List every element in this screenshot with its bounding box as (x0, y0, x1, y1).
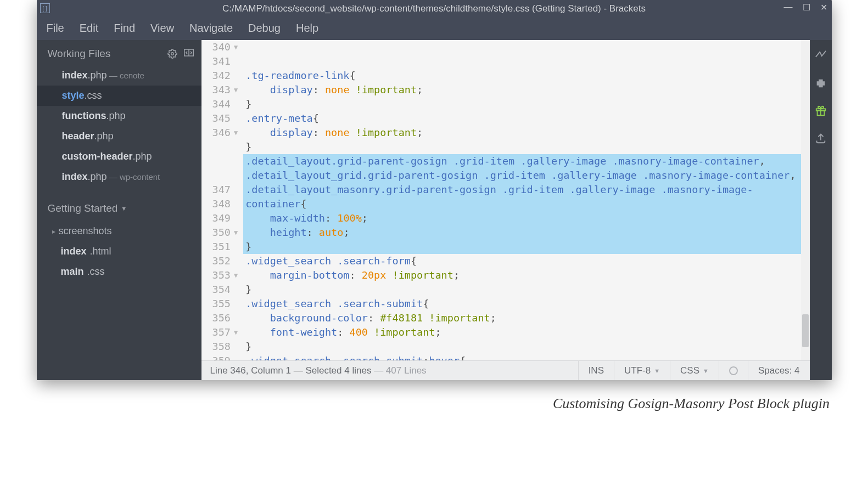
menubar: File Edit Find View Navigate Debug Help (37, 18, 832, 40)
vertical-scrollbar[interactable] (801, 40, 810, 360)
code-line[interactable]: .widget_search .search-form{ (243, 254, 809, 268)
chevron-down-icon: ▼ (703, 367, 709, 374)
live-preview-icon[interactable] (815, 50, 827, 62)
code-line[interactable]: } (243, 240, 809, 254)
lint-status[interactable] (719, 361, 748, 380)
app-window: [ ] C:/MAMP/htdocs/second_website/wp-con… (37, 0, 832, 380)
code-line[interactable]: .widget_search .search-submit:hover{ (243, 354, 809, 360)
minimize-icon[interactable]: — (784, 2, 793, 13)
working-file-item[interactable]: style.css (37, 86, 201, 106)
chevron-down-icon: ▼ (121, 205, 127, 212)
code-line[interactable]: font-weight: 400 !important; (243, 325, 809, 340)
total-lines: — 407 Lines (371, 365, 426, 376)
right-toolbar (810, 40, 832, 380)
encoding-selector[interactable]: UTF-8 ▼ (614, 361, 670, 380)
line-number: 346▼ (212, 126, 238, 140)
folder-item[interactable]: ▸screenshots (37, 221, 201, 241)
code-line[interactable]: } (243, 282, 809, 297)
chevron-down-icon: ▼ (654, 367, 660, 374)
code-line[interactable]: max-width: 100%; (243, 211, 809, 225)
insert-mode[interactable]: INS (578, 361, 614, 380)
code-line[interactable]: .detail_layout.grid-parent-gosign .grid-… (243, 154, 809, 211)
line-number: 340▼ (212, 40, 238, 54)
menu-help[interactable]: Help (296, 22, 318, 35)
menu-edit[interactable]: Edit (80, 22, 98, 35)
line-number: 350▼ (212, 225, 238, 240)
titlebar: [ ] C:/MAMP/htdocs/second_website/wp-con… (37, 0, 832, 18)
image-caption: Customising Gosign-Masonry Post Block pl… (0, 380, 868, 412)
triangle-right-icon: ▸ (52, 228, 55, 235)
window-controls: — ☐ ✕ (784, 2, 827, 13)
code-line[interactable]: display: none !important; (243, 126, 809, 140)
code-line[interactable]: display: none !important; (243, 83, 809, 97)
line-number: 349 (212, 211, 238, 225)
working-file-item[interactable]: header.php (37, 126, 201, 146)
menu-file[interactable]: File (47, 22, 64, 35)
close-icon[interactable]: ✕ (820, 2, 827, 13)
code-line[interactable]: background-color: #f48181 !important; (243, 311, 809, 325)
gift-icon[interactable] (815, 105, 827, 117)
line-number: 359 (212, 354, 238, 360)
line-number: 357▼ (212, 325, 238, 340)
line-number: 352 (212, 254, 238, 268)
line-number: 342 (212, 69, 238, 83)
working-file-item[interactable]: index.php — wp-content (37, 167, 201, 187)
code-line[interactable]: .widget_search .search-submit{ (243, 297, 809, 311)
line-number: 348 (212, 197, 238, 211)
app-icon: [ ] (40, 3, 50, 13)
gear-icon[interactable] (167, 49, 177, 59)
gutter: 340▼341 342 343▼344 345 346▼ 347 348 349… (201, 40, 244, 360)
code-line[interactable]: .entry-meta{ (243, 111, 809, 126)
code-line[interactable]: } (243, 340, 809, 354)
project-label: Getting Started (48, 202, 118, 214)
code-area[interactable]: .tg-readmore-link{ display: none !import… (243, 40, 809, 360)
code-editor[interactable]: 340▼341 342 343▼344 345 346▼ 347 348 349… (201, 40, 810, 360)
line-number: 356 (212, 311, 238, 325)
line-number: 343▼ (212, 83, 238, 97)
line-number: 353▼ (212, 268, 238, 282)
line-number: 344 (212, 97, 238, 111)
menu-find[interactable]: Find (114, 22, 135, 35)
code-line[interactable]: } (243, 97, 809, 111)
menu-debug[interactable]: Debug (248, 22, 281, 35)
menu-view[interactable]: View (150, 22, 174, 35)
upload-icon[interactable] (815, 132, 827, 144)
working-file-item[interactable]: custom-header.php (37, 146, 201, 167)
working-files-label: Working Files (48, 48, 111, 60)
file-item[interactable]: index.html (37, 241, 201, 262)
line-number: 354 (212, 282, 238, 297)
code-line[interactable]: .tg-readmore-link{ (243, 69, 809, 83)
indentation-selector[interactable]: Spaces: 4 (748, 361, 810, 380)
line-number: 347 (212, 183, 238, 197)
line-number: 355 (212, 297, 238, 311)
extension-manager-icon[interactable] (815, 77, 827, 89)
file-item[interactable]: main.css (37, 262, 201, 282)
line-number: 345 (212, 111, 238, 126)
sidebar: Working Files index.php — cenotestyle.cs… (37, 40, 201, 380)
project-selector[interactable]: Getting Started ▼ (37, 187, 201, 221)
working-file-item[interactable]: functions.php (37, 106, 201, 126)
window-title: C:/MAMP/htdocs/second_website/wp-content… (222, 3, 646, 14)
working-files-header: Working Files (37, 40, 201, 65)
cursor-position[interactable]: Line 346, Column 1 — Selected 4 lines (210, 365, 372, 376)
line-number: 358 (212, 340, 238, 354)
split-view-icon[interactable] (184, 49, 194, 59)
menu-navigate[interactable]: Navigate (189, 22, 233, 35)
code-line[interactable]: margin-bottom: 20px !important; (243, 268, 809, 282)
code-line[interactable]: height: auto; (243, 225, 809, 240)
circle-icon (729, 366, 738, 375)
code-line[interactable]: } (243, 140, 809, 154)
line-number: 341 (212, 54, 238, 69)
maximize-icon[interactable]: ☐ (803, 2, 810, 13)
language-selector[interactable]: CSS ▼ (670, 361, 719, 380)
statusbar: Line 346, Column 1 — Selected 4 lines — … (201, 360, 810, 380)
working-file-item[interactable]: index.php — cenote (37, 65, 201, 86)
svg-point-0 (171, 53, 173, 55)
scroll-thumb[interactable] (802, 314, 809, 347)
project-tree: ▸screenshotsindex.htmlmain.css (37, 221, 201, 282)
working-files-list: index.php — cenotestyle.cssfunctions.php… (37, 65, 201, 187)
line-number: 351 (212, 240, 238, 254)
